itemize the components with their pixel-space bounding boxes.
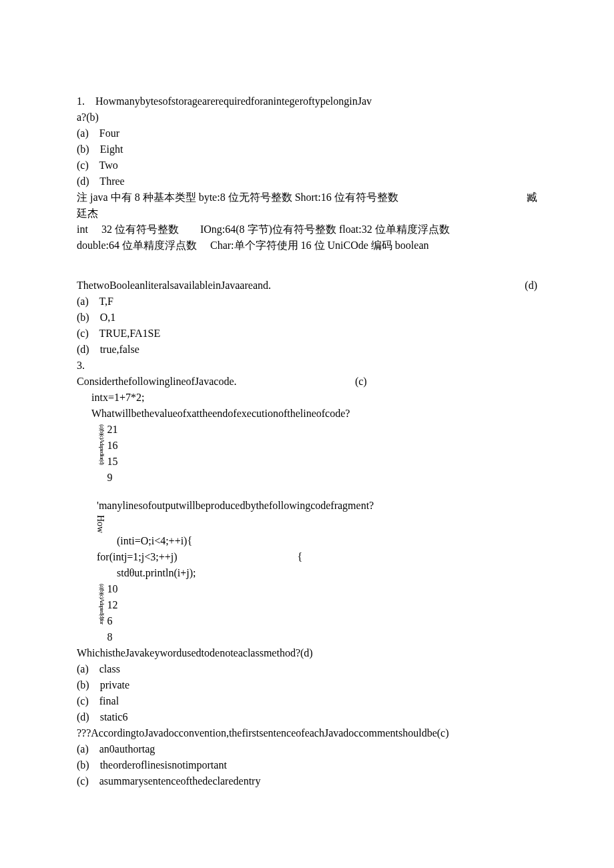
q3-subquestion: Whatwillbethevalueofxattheendofexecution… — [77, 406, 537, 422]
q4-vertical-how: How — [77, 514, 105, 533]
q4-brace: { — [178, 549, 303, 565]
q1-stem-line2: a?(b) — [77, 109, 537, 125]
q2-option-a: (a) T,F — [77, 294, 537, 310]
q3-answer: (c) — [335, 374, 367, 390]
q1-option-c: (c) Two — [77, 157, 537, 173]
q3-option-4: 9 — [107, 470, 118, 486]
q3-option-3: 15 — [107, 454, 118, 470]
q4-option-2: 12 — [107, 597, 118, 613]
q6-option-a: (a) an0authortag — [77, 741, 537, 757]
q6-stem: ???AccordingtoJavadocconvention,thefirst… — [77, 725, 537, 741]
question-1: 1. Howmanybytesofstoragearerequiredforan… — [77, 93, 537, 254]
q3-option-1: 21 — [107, 422, 118, 438]
q3-option-2: 16 — [107, 438, 118, 454]
q5-option-b: (b) private — [77, 677, 537, 693]
q2-answer: (d) — [505, 278, 537, 294]
q5-stem: WhichistheJavakeywordusedtodenoteaclassm… — [77, 645, 537, 661]
q3-number: 3. — [77, 358, 537, 374]
question-5: WhichistheJavakeywordusedtodenoteaclassm… — [77, 645, 537, 725]
question-3: 3. ConsiderthefollowinglineofJavacode. (… — [77, 358, 537, 486]
q1-option-d: (d) Three — [77, 173, 537, 189]
q4-vertical-label: (a)(b)(c)Adapted(d)for — [77, 581, 107, 624]
q1-note1-right: 臧 — [507, 189, 537, 205]
q1-note4: double:64 位单精度浮点数 Char:单个字符使用 16 位 UniCO… — [77, 238, 537, 254]
q5-option-c: (c) final — [77, 693, 537, 709]
q1-option-a: (a) Four — [77, 125, 537, 141]
q1-note1-text: 注 java 中有 8 种基本类型 byte:8 位无符号整数 Short:16… — [77, 189, 507, 205]
q2-option-c: (c) TRUE,FA1SE — [77, 326, 537, 342]
q5-option-d: (d) static6 — [77, 709, 537, 725]
q3-options-block: (a)(b)(c)Adaptedfor(d) 21 16 15 9 — [77, 422, 537, 486]
q1-note-line1: 注 java 中有 8 种基本类型 byte:8 位无符号整数 Short:16… — [77, 189, 537, 205]
q6-option-c: (c) asummarysentenceofthedeclaredentry — [77, 773, 537, 789]
q2-option-b: (b) O,1 — [77, 310, 537, 326]
q2-stem: ThetwoBooleanliteralsavailableinJavaarea… — [77, 278, 505, 294]
q1-option-b: (b) Eight — [77, 141, 537, 157]
q1-stem-line1: 1. Howmanybytesofstoragearerequiredforan… — [77, 93, 537, 109]
q3-stem: ConsiderthefollowinglineofJavacode. — [77, 374, 335, 390]
q4-code3: stdθut.println(i+j); — [77, 565, 537, 581]
question-2: ThetwoBooleanliteralsavailableinJavaarea… — [77, 278, 537, 358]
q4-option-4: 8 — [107, 629, 118, 645]
q4-option-1: 10 — [107, 581, 118, 597]
q4-code2-row: for(intj=1;j<3;++j) { — [77, 549, 537, 565]
q4-code1: (inti=O;i<4;++i){ — [77, 533, 537, 549]
q4-options-block: (a)(b)(c)Adapted(d)for 10 12 6 8 — [77, 581, 537, 645]
question-6: ???AccordingtoJavadocconvention,thefirst… — [77, 725, 537, 789]
q6-option-b: (b) theorderoflinesisnotimportant — [77, 757, 537, 773]
question-4: 'manylinesofoutputwillbeproducedbythefol… — [77, 498, 537, 645]
q3-code: intx=1+7*2; — [77, 390, 537, 406]
q5-option-a: (a) class — [77, 661, 537, 677]
q4-option-3: 6 — [107, 613, 118, 629]
q4-code2: for(intj=1;j<3;++j) — [77, 549, 178, 565]
q4-stem: 'manylinesofoutputwillbeproducedbythefol… — [77, 498, 537, 514]
q3-stem-row: ConsiderthefollowinglineofJavacode. (c) — [77, 374, 367, 390]
q3-vertical-label: (a)(b)(c)Adaptedfor(d) — [77, 422, 107, 464]
q1-note2: 廷杰 — [77, 205, 537, 222]
q2-stem-row: ThetwoBooleanliteralsavailableinJavaarea… — [77, 278, 537, 294]
q1-note3: int 32 位有符号整数 IOng:64(8 字节)位有符号整数 float:… — [77, 222, 537, 238]
q2-option-d: (d) true,false — [77, 342, 537, 358]
